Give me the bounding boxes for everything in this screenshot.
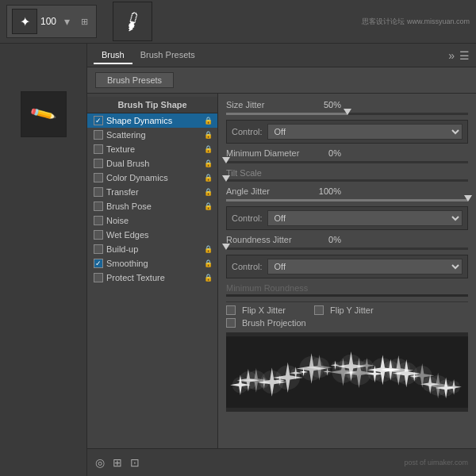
checkbox-noise[interactable] (94, 216, 103, 225)
tab-brush[interactable]: Brush (94, 47, 132, 64)
checkbox-wet-edges[interactable] (94, 230, 103, 240)
brush-projection-label: Brush Projection (242, 318, 306, 328)
checkbox-shape-dynamics[interactable] (94, 116, 103, 125)
min-diameter-value: 0% (313, 148, 341, 158)
checkbox-transfer[interactable] (94, 187, 103, 197)
min-diameter-slider[interactable] (226, 161, 468, 163)
brush-projection-checkbox[interactable] (226, 318, 236, 328)
flip-x-checkbox[interactable] (226, 305, 236, 315)
list-item-transfer[interactable]: Transfer🔒 (87, 185, 217, 199)
size-jitter-control-select[interactable]: Off (267, 124, 463, 140)
brush-size-value[interactable]: 100 (40, 16, 56, 27)
list-item-build-up[interactable]: Build-up🔒 (87, 242, 217, 256)
min-diameter-row: Minimum Diameter 0% (226, 148, 468, 158)
top-bar: ✦ 100 ▾ ⊞ 🖌 思客设计论坛 www.missyuan.com (0, 0, 476, 44)
list-item-scattering[interactable]: Scattering🔒 (87, 128, 217, 142)
label-color-dynamics: Color Dynamics (106, 173, 201, 182)
list-item-shape-dynamics[interactable]: Shape Dynamics🔒 (87, 113, 217, 128)
label-transfer: Transfer (106, 187, 201, 197)
lock-icon-shape-dynamics: 🔒 (204, 117, 213, 125)
list-item-brush-pose[interactable]: Brush Pose🔒 (87, 199, 217, 213)
label-shape-dynamics: Shape Dynamics (106, 116, 201, 125)
brush-angle-icon[interactable]: ▾ (60, 14, 74, 29)
tab-brush-presets-header[interactable]: Brush Presets (132, 47, 203, 64)
angle-jitter-value: 100% (313, 186, 341, 196)
min-diameter-label: Minimum Diameter (226, 148, 313, 158)
left-sidebar: ✏️ (0, 44, 87, 476)
size-jitter-value: 50% (313, 100, 341, 109)
roundness-jitter-slider[interactable] (226, 248, 468, 250)
brush-options-icon[interactable]: ⊞ (77, 14, 91, 29)
brush-presets-row: Brush Presets (87, 67, 476, 94)
angle-jitter-row: Angle Jitter 100% (226, 186, 468, 196)
panel-content: Brush Tip Shape Shape Dynamics🔒Scatterin… (87, 94, 476, 448)
lock-icon-texture: 🔒 (204, 145, 213, 153)
right-panel: Brush Brush Presets » ☰ Brush Presets Br… (87, 44, 476, 476)
checkbox-protect-texture[interactable] (94, 273, 103, 282)
roundness-jitter-value: 0% (313, 235, 341, 244)
label-brush-pose: Brush Pose (106, 202, 201, 211)
tab-expand: » ☰ (448, 49, 470, 62)
brush-presets-button[interactable]: Brush Presets (95, 72, 174, 88)
bottom-icon-1[interactable]: ◎ (95, 456, 105, 469)
small-brush-icon: ✏️ (29, 100, 57, 129)
size-jitter-label: Size Jitter (226, 100, 313, 109)
brush-preview-svg (226, 332, 468, 412)
angle-jitter-slider[interactable] (226, 199, 468, 202)
tilt-scale-label: Tilt Scale (226, 168, 468, 178)
watermark: 思客设计论坛 www.missyuan.com (362, 17, 470, 27)
main-area: ✏️ Brush Brush Presets » ☰ Brush Presets… (0, 44, 476, 476)
roundness-jitter-control-select[interactable]: Off (267, 259, 463, 274)
bottom-icon-3[interactable]: ⊡ (130, 456, 140, 469)
flip-y-label: Flip Y Jitter (330, 305, 374, 315)
divider-1 (226, 301, 468, 302)
control-label-2: Control: (232, 213, 263, 223)
label-scattering: Scattering (106, 130, 201, 140)
list-item-noise[interactable]: Noise (87, 213, 217, 228)
brush-list-items: Shape Dynamics🔒Scattering🔒Texture🔒Dual B… (87, 113, 217, 285)
lock-icon-protect-texture: 🔒 (204, 274, 213, 282)
size-jitter-slider[interactable] (226, 113, 468, 115)
list-item-wet-edges[interactable]: Wet Edges (87, 228, 217, 242)
brush-size-box: 100 (40, 16, 56, 27)
menu-icon[interactable]: ☰ (459, 49, 470, 62)
tilt-scale-slider[interactable] (226, 179, 468, 182)
checkbox-brush-pose[interactable] (94, 202, 103, 211)
list-item-smoothing[interactable]: Smoothing🔒 (87, 256, 217, 271)
roundness-jitter-row: Roundness Jitter 0% (226, 235, 468, 244)
checkbox-texture[interactable] (94, 144, 103, 154)
list-item-color-dynamics[interactable]: Color Dynamics🔒 (87, 171, 217, 185)
list-item-dual-brush[interactable]: Dual Brush🔒 (87, 156, 217, 171)
checkbox-smoothing[interactable] (94, 259, 103, 268)
lock-icon-smoothing: 🔒 (204, 259, 213, 267)
roundness-jitter-label: Roundness Jitter (226, 235, 313, 244)
angle-jitter-control-select[interactable]: Off (267, 210, 463, 226)
label-smoothing: Smoothing (106, 259, 201, 268)
label-build-up: Build-up (106, 244, 201, 254)
flip-x-label: Flip X Jitter (242, 305, 286, 315)
checkbox-color-dynamics[interactable] (94, 173, 103, 182)
list-header: Brush Tip Shape (87, 97, 217, 113)
brush-tool-box: ✦ 100 ▾ ⊞ (6, 5, 97, 38)
brush-preview: 🖌 (113, 2, 152, 41)
label-wet-edges: Wet Edges (106, 230, 209, 240)
flip-y-checkbox[interactable] (314, 305, 324, 315)
bottom-bar: ◎ ⊞ ⊡ post of uimaker.com (87, 448, 476, 476)
expand-icon[interactable]: » (448, 49, 455, 62)
checkbox-dual-brush[interactable] (94, 159, 103, 168)
brush-icon[interactable]: ✦ (12, 9, 37, 34)
brush-projection-row: Brush Projection (226, 318, 468, 328)
checkbox-scattering[interactable] (94, 130, 103, 140)
checkbox-build-up[interactable] (94, 244, 103, 254)
bottom-icon-2[interactable]: ⊞ (113, 456, 122, 469)
list-item-protect-texture[interactable]: Protect Texture🔒 (87, 271, 217, 285)
lock-icon-scattering: 🔒 (204, 131, 213, 139)
brush-list: Brush Tip Shape Shape Dynamics🔒Scatterin… (87, 94, 218, 448)
label-texture: Texture (106, 144, 201, 154)
control-label-3: Control: (232, 262, 263, 271)
brush-preview-icon: 🖌 (120, 8, 145, 35)
lock-icon-color-dynamics: 🔒 (204, 174, 213, 182)
control-label-1: Control: (232, 127, 263, 136)
list-item-texture[interactable]: Texture🔒 (87, 142, 217, 156)
brush-controls: Size Jitter 50% Control: Off (218, 94, 476, 448)
